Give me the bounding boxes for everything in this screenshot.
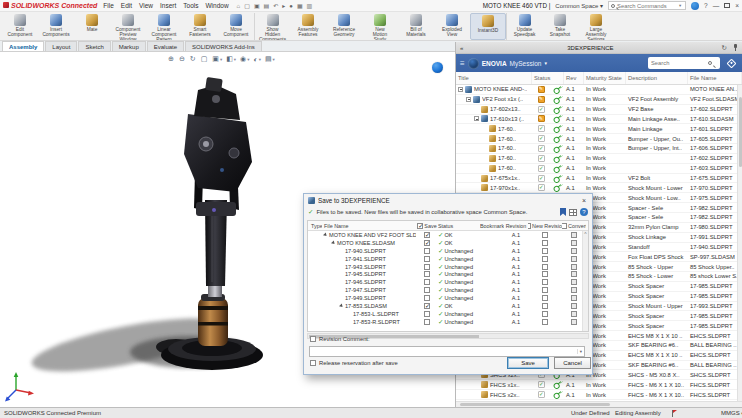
convert-checkbox[interactable] <box>571 311 577 317</box>
minimize-button[interactable]: — <box>713 2 720 9</box>
expand-toggle-icon[interactable] <box>474 116 479 121</box>
new-revision-checkbox[interactable] <box>542 287 548 293</box>
view-tool-icon[interactable]: ▤▾ <box>265 55 275 63</box>
panel-pin-icon[interactable] <box>731 44 738 51</box>
dialog-file-row[interactable]: 17-940.SLDPRT ✓Unchanged A.1 <box>308 247 588 255</box>
session-caret-icon[interactable]: ▾ <box>544 60 547 66</box>
new-revision-checkbox[interactable] <box>542 319 548 325</box>
dialog-file-row[interactable]: 17-949.SLDPRT ✓Unchanged A.1 <box>308 294 588 302</box>
ribbon-button[interactable]: Smart Fasteners <box>182 13 218 40</box>
col-save[interactable]: Save <box>416 223 438 229</box>
ribbon-button[interactable]: Instant3D <box>470 13 506 40</box>
new-revision-checkbox[interactable] <box>542 264 548 270</box>
expand-toggle-icon[interactable] <box>458 87 463 92</box>
save-checkbox[interactable] <box>424 303 430 309</box>
dialog-file-row[interactable]: 17-853-L.SLDPRT ✓Unchanged A.1 <box>308 310 588 318</box>
panel-refresh-icon[interactable]: ↻ <box>722 44 727 52</box>
revision-comment-field[interactable]: ▾ <box>309 346 585 357</box>
convert-checkbox[interactable] <box>571 271 577 277</box>
ribbon-button[interactable]: New Motion Study <box>362 13 398 40</box>
menu-item[interactable]: Tools <box>183 2 198 9</box>
save-checkbox[interactable] <box>424 287 430 293</box>
ribbon-button[interactable]: Show Hidden Components <box>254 13 290 40</box>
new-revision-checkbox[interactable] <box>542 279 548 285</box>
menu-item[interactable]: View <box>139 2 153 9</box>
table-row[interactable]: 17-60.. A.1 In Work Bumper - Upper, Int.… <box>456 144 742 154</box>
save-checkbox[interactable] <box>424 279 430 285</box>
save-checkbox[interactable] <box>424 295 430 301</box>
expand-arrow-icon[interactable] <box>339 303 344 308</box>
table-row[interactable]: FHCS x1x.. A.1 In Work FHCS - M6 X 1 X 1… <box>456 380 742 390</box>
table-row[interactable]: 17-60.. A.1 In Work 17-602.SLDPRT <box>456 154 742 164</box>
ribbon-button[interactable]: Exploded View <box>434 13 470 40</box>
convert-checkbox[interactable] <box>571 319 577 325</box>
save-checkbox[interactable] <box>424 248 430 254</box>
convert-checkbox[interactable] <box>571 264 577 270</box>
column-header-status[interactable]: Status <box>532 72 564 84</box>
new-revision-checkbox[interactable] <box>542 256 548 262</box>
ribbon-button[interactable]: Take Snapshot <box>542 13 578 40</box>
ribbon-tab[interactable]: Sketch <box>78 41 110 51</box>
column-header-maturity[interactable]: Maturity State <box>584 72 626 84</box>
menu-item[interactable]: Window <box>205 2 228 9</box>
view-tool-icon[interactable]: ▣▾ <box>212 55 222 63</box>
new-revision-checkbox[interactable] <box>542 303 548 309</box>
quick-access-icon[interactable]: ▦ <box>297 2 303 9</box>
new-revision-checkbox[interactable] <box>542 240 548 246</box>
column-header-filename[interactable]: File Name <box>688 72 742 84</box>
convert-checkbox[interactable] <box>571 287 577 293</box>
quick-access-icon[interactable]: ▢ <box>244 2 250 9</box>
dialog-file-row[interactable]: 17-941.SLDPRT ✓Unchanged A.1 <box>308 255 588 263</box>
tag-icon[interactable] <box>727 58 737 68</box>
new-revision-checkbox[interactable] <box>542 232 548 238</box>
new-revision-all-checkbox[interactable] <box>528 223 531 229</box>
user-avatar[interactable] <box>691 2 699 10</box>
view-tool-icon[interactable]: ◧▾ <box>226 55 236 63</box>
expand-toggle-icon[interactable] <box>466 97 471 102</box>
col-type[interactable]: Type <box>308 223 322 229</box>
view-tool-icon[interactable]: ⊕ <box>168 55 175 63</box>
quick-access-icon[interactable]: ↶ <box>273 2 278 9</box>
save-all-checkbox[interactable] <box>417 223 423 229</box>
app-drawer-icon[interactable]: ≡ <box>460 59 465 68</box>
dialog-help-icon[interactable]: ? <box>580 208 588 216</box>
dialog-file-row[interactable]: MOTO KNEE AND VF2 FOOT SLD.. ✓OK A.1 <box>308 231 588 239</box>
convert-checkbox[interactable] <box>571 295 577 301</box>
ribbon-tab[interactable]: Evaluate <box>147 41 184 51</box>
quick-access-icon[interactable]: ▸ <box>282 2 285 9</box>
release-reservation-checkbox[interactable] <box>310 360 316 366</box>
column-header-description[interactable]: Description <box>626 72 688 84</box>
menu-item[interactable]: File <box>103 2 113 9</box>
save-button[interactable]: Save <box>507 357 549 369</box>
command-search-input[interactable] <box>617 3 677 9</box>
table-row[interactable]: MOTO KNEE AND-.. A.1 In Work MOTO KNEE A… <box>456 85 742 95</box>
panel-horizontal-scrollbar[interactable] <box>456 401 742 407</box>
ribbon-tab[interactable]: Layout <box>45 41 77 51</box>
help-button[interactable]: ? <box>704 2 708 9</box>
3dexperience-compass-icon[interactable] <box>432 62 443 73</box>
convert-checkbox[interactable] <box>571 256 577 262</box>
new-revision-checkbox[interactable] <box>542 295 548 301</box>
ribbon-button[interactable]: Edit Component <box>2 13 38 40</box>
comment-dropdown-icon[interactable]: ▾ <box>577 349 584 354</box>
revision-comment-checkbox[interactable] <box>310 336 316 342</box>
dialog-close-icon[interactable]: × <box>580 197 588 204</box>
view-tool-icon[interactable]: ◉▾ <box>240 55 249 63</box>
view-tool-icon[interactable]: ▢ <box>201 55 209 63</box>
save-checkbox[interactable] <box>424 271 430 277</box>
ribbon-tab[interactable]: SOLIDWORKS Add-Ins <box>185 41 262 51</box>
ribbon-button[interactable]: Insert Components <box>38 13 74 40</box>
new-revision-checkbox[interactable] <box>542 248 548 254</box>
ribbon-button[interactable]: Large Assembly Settings <box>578 13 614 40</box>
ribbon-button[interactable]: Update Speedpak <box>506 13 542 40</box>
save-checkbox[interactable] <box>424 264 430 270</box>
ribbon-button[interactable]: Assembly Features <box>290 13 326 40</box>
convert-checkbox[interactable] <box>571 248 577 254</box>
panel-search-input[interactable] <box>651 60 706 66</box>
col-bookmark[interactable]: Bookmark <box>480 223 504 229</box>
save-checkbox[interactable] <box>424 232 430 238</box>
ribbon-button[interactable]: Mate <box>74 13 110 40</box>
table-row[interactable]: 17-60.. A.1 In Work 17-603.SLDPRT <box>456 164 742 174</box>
save-checkbox[interactable] <box>424 311 430 317</box>
command-search-box[interactable]: ▾ <box>608 1 686 10</box>
